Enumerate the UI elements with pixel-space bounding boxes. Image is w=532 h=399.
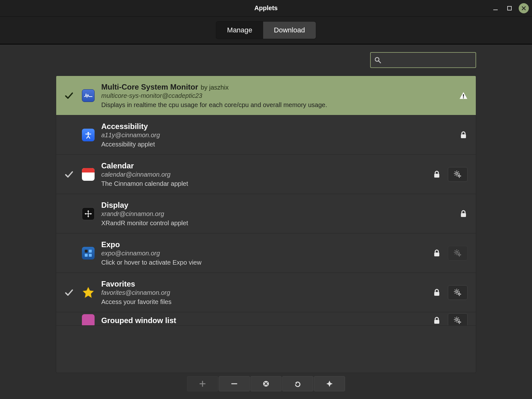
- applet-row[interactable]: Grouped window list: [56, 312, 476, 326]
- applet-id: expo@cinnamon.org: [101, 250, 427, 257]
- applet-actions: [459, 210, 468, 218]
- applet-description: Click or hover to activate Expo view: [101, 259, 427, 266]
- svg-line-36: [458, 250, 459, 251]
- applet-name: Favorites: [101, 280, 135, 288]
- svg-point-9: [456, 172, 458, 174]
- svg-line-51: [458, 289, 459, 290]
- maximize-icon: [507, 6, 512, 11]
- minus-icon: [231, 380, 238, 387]
- action-toolbar: [56, 376, 476, 399]
- svg-rect-24: [85, 250, 88, 253]
- applet-row[interactable]: Multi-Core System Monitorby jaszhixmulti…: [56, 76, 476, 115]
- applet-description: Displays in realtime the cpu usage for e…: [101, 101, 454, 109]
- svg-rect-25: [89, 250, 92, 253]
- lock-icon: [433, 289, 441, 296]
- applet-id: xrandr@cinnamon.org: [101, 210, 454, 218]
- add-button[interactable]: [187, 376, 218, 391]
- search-input[interactable]: [383, 57, 472, 64]
- applet-row[interactable]: Accessibilitya11y@cinnamon.orgAccessibil…: [56, 115, 476, 155]
- svg-point-59: [456, 319, 458, 321]
- svg-line-34: [455, 250, 456, 251]
- applet-name: Expo: [101, 240, 120, 249]
- applet-icon: [81, 88, 96, 103]
- content-area: Multi-Core System Monitorby jaszhixmulti…: [0, 44, 532, 399]
- maximize-button[interactable]: [505, 3, 514, 13]
- applet-description: Access your favorite files: [101, 298, 427, 306]
- svg-line-17: [455, 174, 456, 175]
- applet-icon: [81, 167, 96, 182]
- configure-button[interactable]: [448, 246, 468, 260]
- svg-rect-58: [434, 320, 439, 324]
- applet-id: multicore-sys-monitor@ccadeptic23: [101, 92, 454, 99]
- applet-text: Favoritesfavorites@cinnamon.orgAccess yo…: [101, 280, 427, 306]
- applet-row[interactable]: Favoritesfavorites@cinnamon.orgAccess yo…: [56, 273, 476, 312]
- close-button[interactable]: [519, 3, 529, 13]
- applets-window: Applets Manage Download Multi-Core Sy: [0, 0, 532, 399]
- lock-icon: [459, 131, 468, 139]
- minimize-icon: [493, 5, 498, 11]
- minimize-button[interactable]: [491, 3, 500, 13]
- svg-point-44: [456, 291, 458, 293]
- tab-manage[interactable]: Manage: [216, 22, 263, 39]
- search-row: [56, 52, 476, 68]
- tab-bar: Manage Download: [0, 17, 532, 44]
- applet-row[interactable]: Expoexpo@cinnamon.orgClick or hover to a…: [56, 233, 476, 273]
- window-title: Applets: [254, 4, 277, 12]
- svg-line-14: [455, 171, 456, 172]
- applet-name: Calendar: [101, 161, 134, 170]
- svg-point-53: [459, 293, 460, 295]
- tab-download[interactable]: Download: [263, 22, 316, 39]
- svg-line-66: [458, 317, 459, 318]
- applet-name: Accessibility: [101, 122, 148, 131]
- lock-icon: [433, 249, 441, 257]
- search-icon: [374, 56, 382, 64]
- applet-row[interactable]: Displayxrandr@cinnamon.orgXRandR monitor…: [56, 194, 476, 233]
- applet-id: calendar@cinnamon.org: [101, 171, 427, 178]
- svg-point-18: [459, 175, 460, 177]
- svg-point-68: [459, 321, 460, 323]
- svg-line-3: [379, 61, 381, 63]
- svg-rect-4: [463, 94, 464, 97]
- svg-rect-23: [461, 213, 466, 217]
- svg-line-49: [455, 289, 456, 290]
- applet-text: Accessibilitya11y@cinnamon.orgAccessibil…: [101, 122, 454, 148]
- applet-text: Multi-Core System Monitorby jaszhixmulti…: [101, 83, 454, 109]
- applet-author: by jaszhix: [201, 84, 229, 91]
- svg-rect-1: [508, 6, 511, 10]
- applet-actions: [433, 285, 468, 300]
- applet-name: Grouped window list: [101, 316, 176, 325]
- svg-line-37: [455, 253, 456, 254]
- lock-icon: [459, 210, 468, 218]
- applet-description: The Cinnamon calendar applet: [101, 180, 427, 187]
- close-icon: [522, 6, 526, 10]
- svg-point-29: [456, 251, 458, 253]
- applet-actions: [459, 131, 468, 139]
- applet-description: XRandR monitor control applet: [101, 220, 454, 227]
- configure-button[interactable]: [448, 285, 468, 300]
- tab-group: Manage Download: [216, 22, 316, 39]
- applet-list[interactable]: Multi-Core System Monitorby jaszhixmulti…: [56, 76, 476, 373]
- restore-button[interactable]: [282, 376, 313, 391]
- plus-icon: [199, 380, 206, 387]
- svg-point-38: [459, 254, 460, 255]
- svg-rect-5: [463, 97, 464, 98]
- configure-button[interactable]: [448, 313, 468, 326]
- applet-id: a11y@cinnamon.org: [101, 132, 454, 139]
- svg-line-67: [455, 321, 456, 321]
- applet-actions: [433, 313, 468, 326]
- about-button[interactable]: [314, 376, 345, 391]
- applet-row[interactable]: Calendarcalendar@cinnamon.orgThe Cinnamo…: [56, 155, 476, 194]
- titlebar: Applets: [0, 0, 532, 17]
- applet-name: Display: [101, 201, 128, 210]
- applet-text: Grouped window list: [101, 316, 427, 325]
- enabled-check-icon: [63, 91, 75, 100]
- svg-rect-0: [493, 10, 498, 10]
- lock-icon: [433, 317, 441, 324]
- remove-button[interactable]: [219, 376, 250, 391]
- configure-button[interactable]: [448, 167, 468, 182]
- search-box[interactable]: [370, 52, 476, 68]
- sparkle-icon: [326, 380, 333, 387]
- uninstall-button[interactable]: [250, 376, 282, 391]
- applet-icon: [81, 206, 96, 221]
- svg-line-52: [455, 293, 456, 294]
